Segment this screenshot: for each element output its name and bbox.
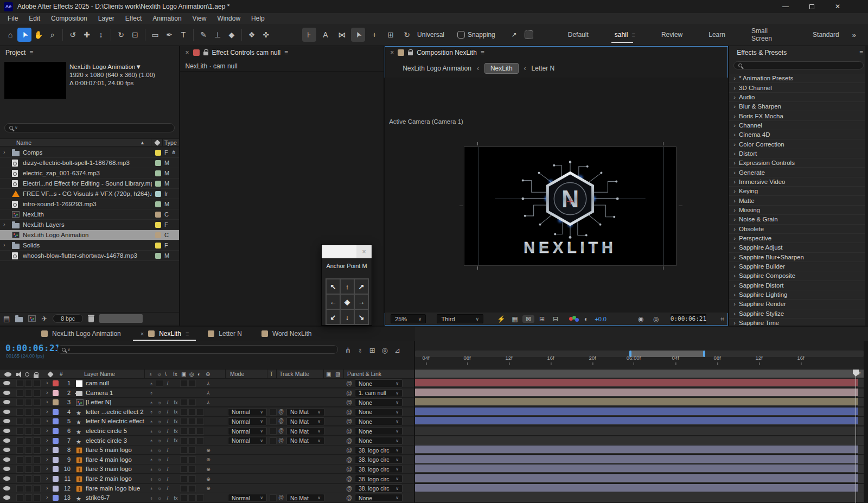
breadcrumb-comp-2[interactable]: NexLith bbox=[484, 63, 519, 74]
selection-cursor[interactable]: ➤ bbox=[351, 28, 365, 42]
chevron-right-icon[interactable]: › bbox=[733, 188, 736, 194]
layer-name[interactable]: cam null bbox=[86, 380, 109, 386]
anchor-direction-button[interactable]: ↓ bbox=[340, 309, 354, 324]
chevron-right-icon[interactable]: › bbox=[733, 207, 736, 213]
item-name[interactable]: NexLith bbox=[23, 211, 44, 218]
maximize-button[interactable] bbox=[799, 0, 825, 13]
lock-cell[interactable] bbox=[34, 475, 41, 482]
timeline-search-input[interactable]: ∨ bbox=[57, 345, 338, 354]
workspace-tab[interactable]: Learn bbox=[695, 24, 738, 46]
layer-switch[interactable] bbox=[188, 428, 196, 435]
layer-switch[interactable] bbox=[172, 447, 180, 454]
layer-switch[interactable] bbox=[156, 380, 163, 387]
layer-duration-bar[interactable] bbox=[415, 408, 858, 415]
interpret-footage-icon[interactable]: ▤ bbox=[3, 315, 10, 323]
layer-switch[interactable] bbox=[188, 399, 196, 406]
pickwhip-icon[interactable] bbox=[346, 380, 352, 386]
safe-margins-icon[interactable]: ⊞ bbox=[536, 315, 548, 323]
home-tool[interactable]: ⌂ bbox=[3, 28, 17, 42]
layer-switch[interactable]: / bbox=[164, 428, 171, 435]
layer-switch[interactable] bbox=[196, 390, 204, 397]
pickwhip-icon[interactable] bbox=[346, 390, 352, 396]
effects-category-row[interactable]: › Sapphire Time bbox=[729, 319, 868, 326]
layer-switch[interactable]: ⊕ bbox=[205, 485, 212, 492]
audio-cell[interactable] bbox=[16, 494, 23, 501]
channel-colors-icon[interactable] bbox=[569, 316, 578, 322]
layer-switch[interactable] bbox=[188, 456, 196, 463]
marquee-options-icon[interactable] bbox=[525, 30, 533, 39]
layer-switch[interactable] bbox=[188, 418, 196, 425]
layer-switch[interactable] bbox=[180, 494, 188, 501]
menu-item[interactable]: Effect bbox=[120, 15, 147, 22]
layer-switch[interactable] bbox=[196, 409, 204, 416]
selection-tool[interactable]: ➤ bbox=[17, 28, 31, 42]
layer-switch[interactable]: ♁ bbox=[148, 447, 155, 454]
blend-mode-dropdown[interactable]: Normal bbox=[228, 494, 267, 502]
layer-switch[interactable] bbox=[180, 418, 188, 425]
layer-switch[interactable] bbox=[188, 485, 196, 492]
chevron-right-icon[interactable]: › bbox=[733, 272, 736, 279]
layer-switch[interactable]: / bbox=[164, 485, 171, 492]
magnification-dropdown[interactable]: 25% bbox=[391, 314, 426, 323]
layer-switch[interactable] bbox=[172, 466, 180, 473]
view-axis-mode[interactable]: ⋈ bbox=[335, 28, 349, 42]
solo-cell[interactable] bbox=[25, 380, 32, 387]
timeline-layer-row[interactable]: › 7 electric circle 3 ♁ ☼ / fx Normal @ … bbox=[0, 436, 414, 445]
exposure-icon[interactable]: ◐ bbox=[581, 315, 591, 323]
menu-item[interactable]: View bbox=[187, 15, 212, 22]
puppet-pin-tool[interactable]: ✜ bbox=[259, 28, 273, 42]
label-color-swatch[interactable] bbox=[155, 160, 161, 166]
layer-switch[interactable]: / bbox=[164, 437, 171, 444]
layer-switch[interactable]: ♁ bbox=[148, 399, 155, 406]
timeline-layer-row[interactable]: › 11 flare 2 main logo ♁ ☼ / ⊕ @ 38. log… bbox=[0, 474, 414, 483]
tab-menu-icon[interactable]: ≡ bbox=[186, 330, 188, 337]
layer-duration-bar[interactable] bbox=[415, 474, 858, 482]
audio-cell[interactable] bbox=[16, 447, 23, 454]
item-name[interactable]: Electri...nd Effect for Editing - Sound … bbox=[23, 180, 152, 187]
layer-duration-bar[interactable] bbox=[415, 398, 858, 405]
chevron-right-icon[interactable]: › bbox=[733, 198, 736, 204]
layer-expander-icon[interactable]: › bbox=[46, 456, 48, 462]
layer-switch[interactable]: ☼ bbox=[156, 409, 163, 416]
layer-label-color[interactable] bbox=[53, 447, 59, 453]
layer-duration-bar[interactable] bbox=[415, 484, 858, 492]
effects-category-row[interactable]: › Expression Controls bbox=[729, 158, 868, 168]
audio-cell[interactable] bbox=[16, 437, 23, 444]
layer-switch[interactable] bbox=[196, 466, 204, 473]
label-color-swatch[interactable] bbox=[155, 243, 161, 249]
composition-viewer[interactable]: Active Camera (Camera 1) bbox=[385, 78, 728, 313]
effects-category-row[interactable]: › Noise & Grain bbox=[729, 215, 868, 224]
item-name[interactable]: FREE VF...s - CG Visuals # VFX (720p, h2… bbox=[23, 190, 152, 197]
layer-switch[interactable] bbox=[196, 418, 204, 425]
project-search-input[interactable]: ∨ bbox=[4, 123, 175, 132]
layer-label-color[interactable] bbox=[53, 476, 59, 482]
lock-icon[interactable] bbox=[408, 52, 413, 55]
layer-switch[interactable] bbox=[180, 380, 188, 387]
audio-cell[interactable] bbox=[16, 399, 23, 406]
chevron-right-icon[interactable]: › bbox=[733, 131, 736, 138]
layer-switch[interactable]: / bbox=[164, 409, 171, 416]
track-matte-pick-icon[interactable]: @ bbox=[278, 437, 284, 443]
layer-switch[interactable]: fx bbox=[172, 428, 180, 435]
layer-duration-bar[interactable] bbox=[415, 455, 858, 463]
layer-switch[interactable]: ♁ bbox=[148, 494, 155, 501]
solo-cell[interactable] bbox=[25, 437, 32, 444]
layer-switch[interactable] bbox=[196, 447, 204, 454]
layer-switch[interactable] bbox=[172, 475, 180, 482]
layer-switch[interactable] bbox=[188, 409, 196, 416]
effects-category-row[interactable]: › Sapphire Blur+Sharpen bbox=[729, 253, 868, 262]
solo-cell[interactable] bbox=[25, 485, 32, 492]
chevron-right-icon[interactable]: › bbox=[733, 169, 736, 176]
rectangle-tool[interactable]: ▭ bbox=[148, 28, 162, 42]
effects-category-row[interactable]: › Sapphire Builder bbox=[729, 262, 868, 271]
layer-switch[interactable]: / bbox=[164, 494, 171, 501]
panel-menu-icon[interactable]: ≡ bbox=[481, 49, 484, 56]
audio-cell[interactable] bbox=[16, 380, 23, 387]
track-matte-dropdown[interactable]: No Mat bbox=[286, 427, 324, 435]
parent-dropdown[interactable]: 38. logo circ bbox=[355, 485, 403, 493]
expander-icon[interactable]: › bbox=[3, 149, 5, 155]
rotation-tool[interactable]: ↻ bbox=[114, 28, 128, 42]
chevron-right-icon[interactable]: › bbox=[733, 94, 736, 100]
layer-switch[interactable] bbox=[205, 418, 212, 425]
timeline-layer-row[interactable]: › 3 [Letter N] ♁ ☼ / fx ⅄ @ None bbox=[0, 398, 414, 407]
